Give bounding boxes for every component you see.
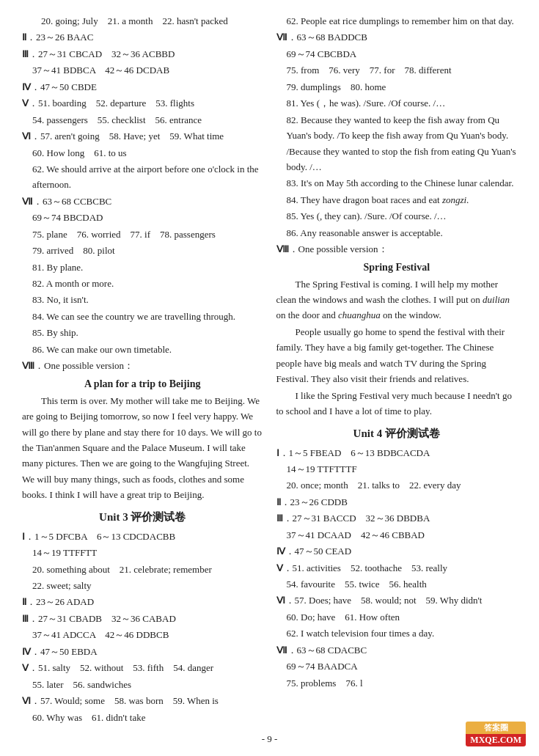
- r-86: 86. Any reasonable answer is acceptable.: [276, 225, 518, 241]
- r-69: 69～74 CBCBDA: [276, 46, 518, 62]
- page-number: - 9 -: [22, 733, 517, 745]
- line-iii-27: Ⅲ．27～31 CBCAD 32～36 ACBBD: [22, 46, 263, 62]
- u3-ii-23: Ⅱ．23～26 ADAD: [22, 594, 263, 609]
- u4-62: 62. I watch television four times a day.: [276, 625, 518, 641]
- r-75: 75. from 76. very 77. for 78. different: [276, 62, 518, 78]
- line-37: 37～41 BDBCA 42～46 DCDAB: [22, 62, 263, 78]
- u4-v-51: Ⅴ．51. activities 52. toothache 53. reall…: [276, 560, 518, 576]
- u4-iv-47: Ⅳ．47～50 CEAD: [276, 543, 518, 559]
- watermark-top-label: 答案圈: [466, 722, 526, 734]
- watermark: 答案圈 MXQE.COM: [466, 722, 526, 746]
- u4-vi-57: Ⅵ．57. Does; have 58. would; not 59. Why …: [276, 592, 518, 608]
- left-column: 20. going; July 21. a month 22. hasn't p…: [22, 13, 263, 726]
- u3-20: 20. something about 21. celebrate; remem…: [22, 562, 263, 577]
- right-column: 62. People eat rice dumplings to remembe…: [276, 13, 518, 726]
- u3-60: 60. Why was 61. didn't take: [22, 710, 263, 725]
- r-vii-63: Ⅶ．63～68 BADDCB: [276, 29, 518, 45]
- line-v-51: Ⅴ．51. boarding 52. departure 53. flights: [22, 95, 263, 111]
- line-60: 60. How long 61. to us: [22, 145, 263, 161]
- u3-14: 14～19 TTFFTT: [22, 545, 263, 560]
- line-vi-57: Ⅵ．57. aren't going 58. Have; yet 59. Wha…: [22, 128, 263, 144]
- r-84: 84. They have dragon boat races and eat …: [276, 192, 518, 208]
- u3-i-1: Ⅰ．1～5 DFCBA 6～13 CDCDACBB: [22, 529, 263, 544]
- line-62-left: 62. We should arrive at the airport befo…: [22, 161, 263, 193]
- r-viii: Ⅷ．One possible version：: [276, 241, 518, 257]
- u3-vi-57: Ⅵ．57. Would; some 58. was born 59. When …: [22, 693, 263, 708]
- u4-i-1: Ⅰ．1～5 FBEAD 6～13 BDBCACDA: [276, 445, 518, 460]
- u3-iv-47: Ⅳ．47～50 EBDA: [22, 644, 263, 659]
- line-20: 20. going; July 21. a month 22. hasn't p…: [22, 13, 263, 29]
- u4-69: 69～74 BAADCA: [276, 658, 518, 674]
- line-84: 84. We can see the country we are travel…: [22, 309, 263, 324]
- line-86: 86. We can make our own timetable.: [22, 342, 263, 357]
- u4-20: 20. once; month 21. talks to 22. every d…: [276, 477, 518, 493]
- line-75: 75. plane 76. worried 77. if 78. passeng…: [22, 227, 263, 242]
- line-79: 79. arrived 80. pilot: [22, 243, 263, 258]
- line-54: 54. passengers 55. checklist 56. entranc…: [22, 112, 263, 128]
- watermark-bottom-label: MXQE.COM: [466, 734, 526, 746]
- u4-60: 60. Do; have 61. How often: [276, 609, 518, 625]
- u4-75: 75. problems 76. l: [276, 675, 518, 691]
- line-ii-23: Ⅱ．23～26 BAAC: [22, 29, 263, 45]
- r-62: 62. People eat rice dumplings to remembe…: [276, 13, 518, 29]
- r-83: 83. It's on May 5th according to the Chi…: [276, 175, 518, 191]
- u3-v-51: Ⅴ．51. salty 52. without 53. fifth 54. da…: [22, 660, 263, 675]
- u3-55: 55. later 56. sandwiches: [22, 677, 263, 692]
- line-83: 83. No, it isn't.: [22, 292, 263, 307]
- u4-14: 14～19 TTFTTTF: [276, 461, 518, 477]
- u4-ii-23: Ⅱ．23～26 CDDB: [276, 494, 518, 510]
- u4-vii-63: Ⅶ．63～68 CDACBC: [276, 642, 518, 658]
- essay2-para3: I like the Spring Festival very much bec…: [276, 388, 518, 419]
- essay2-para1: The Spring Festival is coming. I will he…: [276, 276, 518, 323]
- page: 20. going; July 21. a month 22. hasn't p…: [0, 0, 539, 756]
- line-iv-47: Ⅳ．47～50 CBDE: [22, 79, 263, 95]
- essay1-body: This term is over. My mother will take m…: [22, 393, 263, 503]
- unit4-title: Unit 4 评价测试卷: [276, 427, 518, 441]
- line-viii: Ⅷ．One possible version：: [22, 358, 263, 373]
- u3-iii-27: Ⅲ．27～31 CBADB 32～36 CABAD: [22, 611, 263, 626]
- r-85: 85. Yes (, they can). /Sure. /Of course.…: [276, 208, 518, 224]
- r-81: 81. Yes (，he was). /Sure. /Of course. /…: [276, 95, 518, 111]
- line-vii-63: Ⅶ．63～68 CCBCBC: [22, 194, 263, 209]
- unit3-title: Unit 3 评价测试卷: [22, 510, 263, 524]
- u3-37: 37～41 ADCCA 42～46 DDBCB: [22, 627, 263, 642]
- u3-22: 22. sweet; salty: [22, 578, 263, 593]
- line-81: 81. By plane.: [22, 260, 263, 275]
- line-69: 69～74 BBCDAD: [22, 210, 263, 225]
- r-79: 79. dumplings 80. home: [276, 79, 518, 95]
- u4-37: 37～41 DCAAD 42～46 CBBAD: [276, 527, 518, 543]
- line-82: 82. A month or more.: [22, 276, 263, 291]
- essay2-title: Spring Festival: [276, 262, 518, 274]
- u4-54: 54. favourite 55. twice 56. health: [276, 576, 518, 592]
- content-columns: 20. going; July 21. a month 22. hasn't p…: [22, 13, 517, 726]
- u4-iii-27: Ⅲ．27～31 BACCD 32～36 DBDBA: [276, 510, 518, 526]
- essay2-para2: People usually go home to spend the fest…: [276, 324, 518, 387]
- r-82: 82. Because they wanted to keep the fish…: [276, 112, 518, 175]
- line-85: 85. By ship.: [22, 325, 263, 340]
- essay1-title: A plan for a trip to Beijing: [22, 378, 263, 390]
